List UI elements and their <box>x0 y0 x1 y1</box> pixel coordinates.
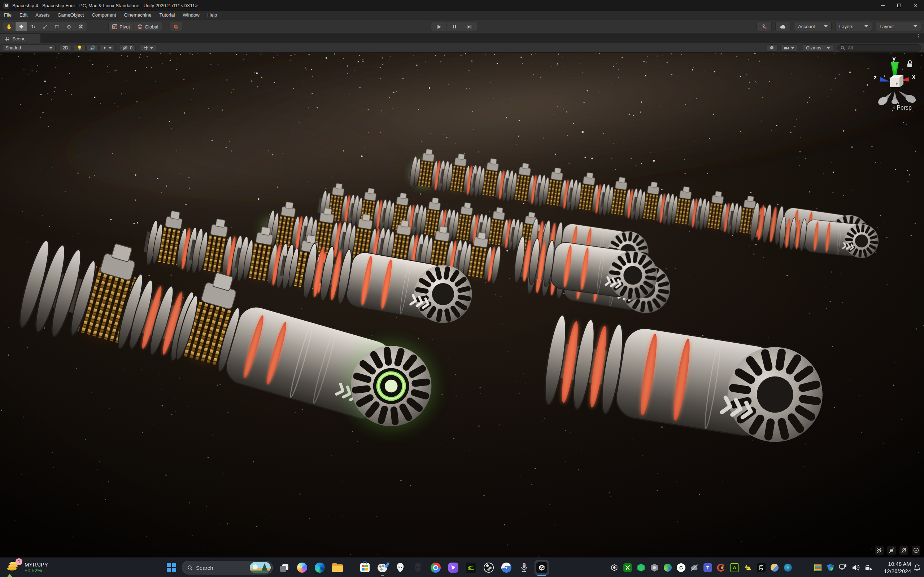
badge-app-icon[interactable] <box>650 563 659 572</box>
layers-slash-icon[interactable] <box>887 546 896 554</box>
blue-white-app-icon[interactable] <box>499 561 514 575</box>
network-icon[interactable] <box>839 564 847 572</box>
lighting-toggle[interactable]: 💡 <box>74 44 86 52</box>
scene-search-input[interactable] <box>847 45 908 51</box>
defender-shield-icon[interactable] <box>827 564 835 572</box>
chrome-icon[interactable] <box>428 561 443 575</box>
pivot-toggle[interactable]: Pivot <box>109 22 134 31</box>
nvidia-icon[interactable] <box>464 561 478 575</box>
grid-visibility-dropdown[interactable] <box>140 44 156 52</box>
unity-tray-icon[interactable] <box>610 563 619 572</box>
account-dropdown[interactable]: Account <box>794 22 832 31</box>
close-button[interactable]: ✕ <box>908 0 924 11</box>
menu-gameobject[interactable]: GameObject <box>53 11 88 19</box>
file-explorer-icon[interactable] <box>330 561 345 575</box>
scene-viewport[interactable]: y x z ‹Persp <box>0 53 924 558</box>
menu-edit[interactable]: Edit <box>16 11 31 19</box>
tree-warning-icon[interactable] <box>743 563 752 572</box>
copilot-icon[interactable] <box>295 561 309 575</box>
menu-tutorial[interactable]: Tutorial <box>155 11 179 19</box>
minimize-button[interactable] <box>874 0 891 11</box>
playmode-controls <box>431 22 477 31</box>
custom-tool-icon[interactable]: 🛠 <box>75 22 87 31</box>
menu-cinemachine[interactable]: Cinemachine <box>120 11 155 19</box>
task-view-icon[interactable] <box>277 561 292 575</box>
pause-button[interactable] <box>446 22 462 31</box>
edge-icon[interactable] <box>313 561 327 575</box>
volume-icon[interactable] <box>852 564 860 572</box>
audio-toggle[interactable]: 🔊 <box>87 44 99 52</box>
idm-icon[interactable] <box>663 563 672 572</box>
microsoft-store-icon[interactable] <box>358 561 372 575</box>
clipchamp-icon[interactable] <box>446 561 460 575</box>
move-tool-icon[interactable]: ✥ <box>15 22 27 31</box>
cloud-icon[interactable] <box>777 22 789 31</box>
g-app-icon[interactable]: G <box>677 563 685 572</box>
rect-tool-icon[interactable]: ⬚ <box>51 22 63 31</box>
tab-scene[interactable]: Scene <box>0 34 40 43</box>
check-circle-icon[interactable] <box>912 546 921 554</box>
scene-tools-icon[interactable]: 🛠 <box>767 44 777 52</box>
lock-icon[interactable] <box>908 61 912 67</box>
taskbar-clock[interactable]: 10:48 AM 12/26/2024 <box>884 561 911 575</box>
alienware-icon[interactable] <box>393 561 407 575</box>
scene-search-field[interactable] <box>837 44 921 52</box>
menu-help[interactable]: Help <box>204 11 221 19</box>
chevron-down-icon <box>827 47 830 49</box>
shading-mode-dropdown[interactable]: Shaded <box>2 44 56 52</box>
projection-label[interactable]: ‹Persp <box>893 104 912 111</box>
unity-taskbar-icon[interactable] <box>535 561 549 575</box>
scale-tool-icon[interactable]: ⤢ <box>39 22 51 31</box>
gizmo-cube[interactable] <box>890 75 903 87</box>
teams-icon[interactable]: T <box>703 563 712 572</box>
voice-recorder-icon[interactable] <box>517 561 531 575</box>
scene-camera-dropdown[interactable] <box>780 44 797 52</box>
start-button[interactable] <box>165 561 178 574</box>
ccleaner-icon[interactable] <box>717 563 725 572</box>
rotate-tool-icon[interactable]: ↻ <box>27 22 39 31</box>
notification-bell-icon[interactable]: z <box>913 564 921 574</box>
2d-toggle[interactable]: 2D <box>59 44 71 52</box>
cast-sync-icon[interactable] <box>864 564 872 572</box>
gizmos-dropdown[interactable]: Gizmos <box>803 44 833 52</box>
tab-menu-icon[interactable]: ⋮ <box>916 35 921 37</box>
menu-file[interactable]: File <box>0 11 16 19</box>
effects-dropdown[interactable]: ✦ <box>100 44 115 52</box>
maximize-button[interactable] <box>891 0 908 11</box>
global-toggle[interactable]: Global <box>134 22 162 31</box>
collab-icon[interactable] <box>758 22 770 31</box>
play-button[interactable] <box>431 22 446 31</box>
layout-dropdown[interactable]: Layout <box>876 22 921 31</box>
gizmo-slash-icon[interactable] <box>900 546 908 554</box>
menu-assets[interactable]: Assets <box>31 11 53 19</box>
green-sheet-icon[interactable]: A <box>730 563 739 572</box>
globe-arrow-icon[interactable]: ▼ <box>783 563 792 572</box>
dual-tone-app-icon[interactable] <box>770 563 779 572</box>
search-daily-image[interactable] <box>250 562 271 574</box>
axis-z-label[interactable]: z <box>874 74 877 81</box>
xbox-icon[interactable] <box>624 563 632 572</box>
step-button[interactable] <box>462 22 477 31</box>
hidden-objects-toggle[interactable]: 0 <box>119 44 136 52</box>
taskbar-news-widget[interactable]: 1 MYR/JPY +0.52% <box>3 558 51 577</box>
epic-games-icon[interactable] <box>757 563 766 572</box>
menu-component[interactable]: Component <box>88 11 120 19</box>
scene-orientation-gizmo[interactable]: y x z <box>871 57 918 111</box>
download-manager-icon[interactable]: ↓ <box>637 563 645 572</box>
taskbar-search[interactable]: Search <box>182 561 273 574</box>
widget-badge: 1 <box>16 558 23 565</box>
layers-dropdown[interactable]: Layers <box>835 22 872 31</box>
gpu-monitor-icon[interactable] <box>814 564 822 572</box>
menu-window[interactable]: Window <box>179 11 203 19</box>
alienware-command-center-icon[interactable] <box>411 561 425 575</box>
axis-y-label[interactable]: y <box>893 57 896 62</box>
hand-tool-icon[interactable]: ✋ <box>3 22 15 31</box>
axis-x-label[interactable]: x <box>912 74 915 80</box>
debug-slash-icon[interactable] <box>875 546 884 554</box>
obs-studio-icon[interactable] <box>481 561 496 575</box>
onedrive-off-icon[interactable] <box>690 563 699 572</box>
currency-widget-icon: 1 <box>6 561 21 575</box>
transform-tool-icon[interactable]: ⊕ <box>63 22 75 31</box>
paint-icon[interactable] <box>375 561 390 575</box>
grid-snap-icon[interactable]: ⧉ <box>170 22 182 31</box>
